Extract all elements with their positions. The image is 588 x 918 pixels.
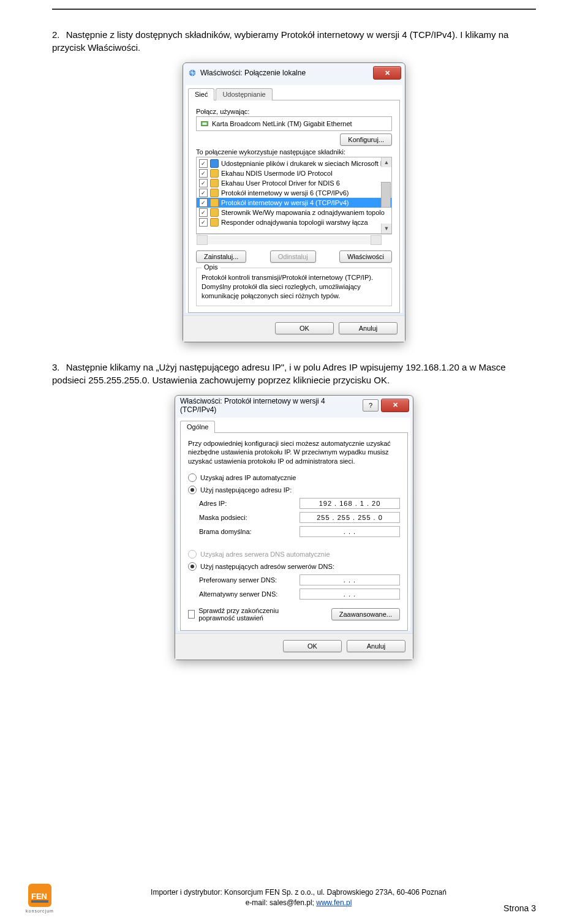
tab-siec[interactable]: Sieć (188, 88, 214, 100)
dns-preferred-field[interactable]: . . . (300, 574, 400, 585)
help-icon: ? (369, 402, 372, 409)
checkbox-icon (188, 610, 195, 619)
step-2-text: Następnie z listy dostępnych składników,… (52, 29, 508, 53)
radio-obtain-ip-auto[interactable]: Uzyskaj adres IP automatycznie (188, 473, 400, 482)
checkbox-icon[interactable] (199, 179, 208, 187)
configure-button[interactable]: Konfiguruj... (340, 134, 392, 146)
advanced-button[interactable]: Zaawansowane... (331, 608, 400, 620)
component-list[interactable]: Udostępnianie plików i drukarek w siecia… (196, 157, 392, 234)
radio-obtain-dns-auto: Uzyskaj adres serwera DNS automatycznie (188, 550, 400, 559)
connect-using-label: Połącz, używając: (196, 108, 392, 115)
checkbox-icon[interactable] (199, 208, 208, 217)
list-item: Ekahau NDIS Usermode I/O Protocol (197, 168, 391, 178)
scroll-right-button[interactable] (371, 235, 382, 245)
protocol-icon (210, 169, 219, 178)
description-group: Opis Protokół kontroli transmisji/Protok… (196, 268, 392, 306)
tab-panel: Przy odpowiedniej konfiguracji sieci moż… (180, 432, 408, 631)
protocol-icon (210, 179, 219, 187)
adapter-name: Karta Broadcom NetLink (TM) Gigabit Ethe… (212, 120, 352, 127)
list-item-selected: Protokół internetowy w wersji 4 (TCP/IPv… (197, 198, 391, 208)
fen-logo-icon: FEN (26, 882, 53, 909)
svg-rect-5 (31, 900, 48, 903)
list-item: Udostępnianie plików i drukarek w siecia… (197, 159, 391, 168)
protocol-icon (210, 189, 219, 197)
tab-ogolne[interactable]: Ogólne (180, 421, 215, 433)
step-2: 2. Następnie z listy dostępnych składnik… (52, 28, 536, 54)
scroll-thumb[interactable] (381, 182, 391, 208)
close-icon: ✕ (393, 401, 398, 409)
checkbox-icon[interactable] (199, 218, 208, 227)
tab-strip: Ogólne (178, 418, 410, 432)
titlebar[interactable]: Właściwości: Połączenie lokalne ✕ (183, 63, 405, 83)
connection-properties-dialog: Właściwości: Połączenie lokalne ✕ Sieć U… (183, 62, 405, 342)
network-icon (188, 69, 197, 77)
radio-use-static-ip[interactable]: Użyj następującego adresu IP: (188, 486, 400, 494)
footer-line-1: Importer i dystrybutor: Konsorcjum FEN S… (61, 887, 536, 898)
fen-logo: FEN konsorcjum (24, 882, 55, 913)
step-3-text: Następnie klikamy na „Użyj następującego… (52, 362, 506, 385)
close-button[interactable]: ✕ (373, 66, 401, 80)
ip-address-field[interactable]: 192 . 168 . 1 . 20 (300, 498, 400, 509)
gateway-field[interactable]: . . . (300, 526, 400, 537)
radio-use-static-dns[interactable]: Użyj następujących adresów serwerów DNS: (188, 562, 400, 571)
protocol-icon (210, 218, 219, 227)
list-item: Ekahau User Protocol Driver for NDIS 6 (197, 178, 391, 188)
list-item: Sterownik We/Wy mapowania z odnajdywanie… (197, 208, 391, 217)
dns-alternate-field[interactable]: . . . (300, 589, 400, 600)
footer-email-prefix: e-mail: sales@fen.pl; (246, 898, 317, 907)
cancel-button[interactable]: Anuluj (339, 322, 398, 334)
scroll-up-button[interactable]: ▲ (381, 157, 391, 167)
radio-icon (188, 562, 197, 571)
tab-panel: Połącz, używając: Karta Broadcom NetLink… (188, 100, 400, 313)
protocol-icon (210, 198, 219, 207)
uninstall-button[interactable]: Odinstaluj (270, 250, 316, 263)
ip-address-label: Adres IP: (199, 500, 227, 507)
scroll-down-button[interactable]: ▼ (381, 224, 391, 233)
intro-text: Przy odpowiedniej konfiguracji sieci moż… (188, 439, 400, 467)
components-label: To połączenie wykorzystuje następujące s… (196, 148, 392, 156)
checkbox-icon[interactable] (199, 159, 208, 168)
tab-strip: Sieć Udostępnianie (186, 85, 402, 100)
install-button[interactable]: Zainstaluj... (196, 250, 246, 263)
step-3: 3. Następnie klikamy na „Użyj następując… (52, 361, 536, 386)
close-icon: ✕ (385, 69, 390, 77)
cancel-button[interactable]: Anuluj (347, 640, 405, 652)
dns-alternate-label: Alternatywny serwer DNS: (199, 590, 277, 598)
page-number: Strona 3 (503, 903, 536, 913)
adapter-icon (200, 119, 209, 128)
tab-udostepnianie[interactable]: Udostępnianie (216, 88, 272, 100)
list-item: Protokół internetowy w wersji 6 (TCP/IPv… (197, 188, 391, 198)
header-rule (52, 9, 536, 10)
checkbox-icon[interactable] (199, 198, 208, 207)
titlebar[interactable]: Właściwości: Protokół internetowy w wers… (175, 396, 413, 415)
footer: FEN konsorcjum Importer i dystrybutor: K… (0, 882, 588, 913)
ok-button[interactable]: OK (275, 322, 334, 334)
dialog-title: Właściwości: Połączenie lokalne (200, 69, 373, 77)
checkbox-icon[interactable] (199, 189, 208, 197)
adapter-field: Karta Broadcom NetLink (TM) Gigabit Ethe… (196, 116, 392, 131)
dns-preferred-label: Preferowany serwer DNS: (199, 576, 277, 584)
dialog-title: Właściwości: Protokół internetowy w wers… (180, 397, 363, 414)
properties-button[interactable]: Właściwości (339, 250, 392, 263)
ok-button[interactable]: OK (283, 640, 342, 652)
help-button[interactable]: ? (363, 399, 379, 412)
horizontal-scrollbar[interactable] (196, 234, 392, 246)
logo-subtext: konsorcjum (26, 909, 54, 913)
description-text: Protokół kontroli transmisji/Protokół in… (202, 273, 386, 301)
checkbox-icon[interactable] (199, 169, 208, 178)
scroll-left-button[interactable] (197, 235, 208, 245)
radio-icon (188, 473, 197, 482)
protocol-icon (210, 208, 219, 217)
validate-on-exit-checkbox[interactable]: Sprawdź przy zakończeniu poprawność usta… (188, 607, 311, 622)
ipv4-properties-dialog: Właściwości: Protokół internetowy w wers… (175, 395, 413, 661)
radio-icon (188, 486, 197, 494)
svg-text:FEN: FEN (31, 892, 47, 901)
svg-rect-2 (203, 122, 207, 125)
subnet-mask-field[interactable]: 255 . 255 . 255 . 0 (300, 512, 400, 523)
list-item: Responder odnajdywania topologii warstwy… (197, 217, 391, 227)
subnet-mask-label: Maska podsieci: (199, 514, 247, 521)
close-button[interactable]: ✕ (381, 399, 409, 412)
footer-link[interactable]: www.fen.pl (316, 898, 352, 907)
service-icon (210, 159, 219, 168)
description-legend: Opis (202, 263, 221, 271)
